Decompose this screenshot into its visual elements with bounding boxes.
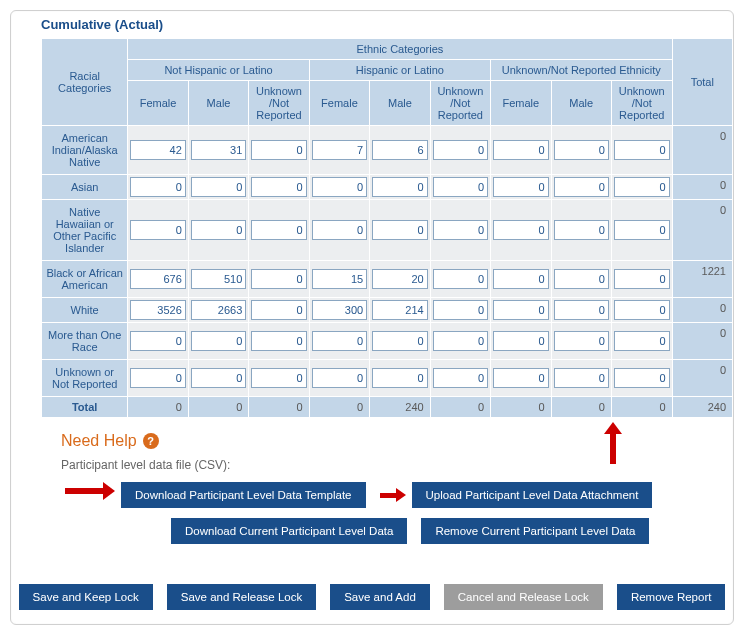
data-cell <box>370 323 430 360</box>
data-cell <box>430 261 490 298</box>
data-input[interactable] <box>554 368 609 388</box>
data-input[interactable] <box>312 177 367 197</box>
data-input[interactable] <box>191 269 246 289</box>
data-input[interactable] <box>554 269 609 289</box>
data-input[interactable] <box>191 177 246 197</box>
data-input[interactable] <box>191 368 246 388</box>
data-input[interactable] <box>251 269 306 289</box>
data-input[interactable] <box>493 331 548 351</box>
data-input[interactable] <box>130 220 185 240</box>
data-input[interactable] <box>614 140 670 160</box>
data-input[interactable] <box>251 331 306 351</box>
data-input[interactable] <box>554 177 609 197</box>
data-cell <box>551 175 611 200</box>
row-total: 0 <box>672 175 733 200</box>
data-input[interactable] <box>372 368 427 388</box>
file-button-row-2: Download Current Participant Level Data … <box>171 518 703 544</box>
row-label: More than One Race <box>42 323 128 360</box>
data-cell <box>611 323 672 360</box>
data-input[interactable] <box>433 300 488 320</box>
data-input[interactable] <box>614 300 670 320</box>
upload-attachment-button[interactable]: Upload Participant Level Data Attachment <box>412 482 653 508</box>
data-cell <box>309 360 369 397</box>
data-input[interactable] <box>251 300 306 320</box>
data-input[interactable] <box>312 220 367 240</box>
data-cell <box>128 261 188 298</box>
data-input[interactable] <box>614 331 670 351</box>
data-input[interactable] <box>251 220 306 240</box>
subheader-cell: Male <box>551 81 611 126</box>
data-input[interactable] <box>493 140 548 160</box>
bottom-button-row: Save and Keep Lock Save and Release Lock… <box>11 560 733 624</box>
arrow-icon <box>607 434 619 474</box>
data-input[interactable] <box>614 269 670 289</box>
save-add-button[interactable]: Save and Add <box>330 584 430 610</box>
data-input[interactable] <box>312 368 367 388</box>
data-input[interactable] <box>191 300 246 320</box>
data-input[interactable] <box>493 269 548 289</box>
download-template-button[interactable]: Download Participant Level Data Template <box>121 482 366 508</box>
data-input[interactable] <box>372 300 427 320</box>
data-input[interactable] <box>614 368 670 388</box>
data-input[interactable] <box>433 368 488 388</box>
row-label: Unknown or Not Reported <box>42 360 128 397</box>
data-input[interactable] <box>493 368 548 388</box>
data-input[interactable] <box>554 300 609 320</box>
data-input[interactable] <box>251 368 306 388</box>
help-icon[interactable]: ? <box>143 433 159 449</box>
data-input[interactable] <box>614 220 670 240</box>
data-cell <box>551 360 611 397</box>
data-input[interactable] <box>312 269 367 289</box>
download-current-button[interactable]: Download Current Participant Level Data <box>171 518 407 544</box>
data-input[interactable] <box>433 177 488 197</box>
data-input[interactable] <box>191 220 246 240</box>
data-input[interactable] <box>130 177 185 197</box>
data-input[interactable] <box>312 331 367 351</box>
data-cell <box>309 261 369 298</box>
data-input[interactable] <box>554 140 609 160</box>
save-keep-lock-button[interactable]: Save and Keep Lock <box>19 584 153 610</box>
data-input[interactable] <box>372 220 427 240</box>
remove-report-button[interactable]: Remove Report <box>617 584 726 610</box>
subheader-cell: Male <box>370 81 430 126</box>
data-input[interactable] <box>493 220 548 240</box>
data-input[interactable] <box>312 140 367 160</box>
data-input[interactable] <box>130 140 185 160</box>
data-input[interactable] <box>191 140 246 160</box>
data-input[interactable] <box>130 300 185 320</box>
data-cell <box>370 200 430 261</box>
total-header: Total <box>672 39 733 126</box>
data-input[interactable] <box>312 300 367 320</box>
data-cell <box>370 126 430 175</box>
data-cell <box>491 360 551 397</box>
data-input[interactable] <box>372 140 427 160</box>
cancel-release-lock-button[interactable]: Cancel and Release Lock <box>444 584 603 610</box>
data-input[interactable] <box>614 177 670 197</box>
data-cell <box>370 261 430 298</box>
data-input[interactable] <box>554 220 609 240</box>
data-input[interactable] <box>433 269 488 289</box>
data-input[interactable] <box>433 220 488 240</box>
data-input[interactable] <box>554 331 609 351</box>
data-input[interactable] <box>433 331 488 351</box>
data-input[interactable] <box>372 177 427 197</box>
data-input[interactable] <box>372 331 427 351</box>
data-input[interactable] <box>493 300 548 320</box>
data-input[interactable] <box>130 331 185 351</box>
data-input[interactable] <box>251 177 306 197</box>
data-input[interactable] <box>493 177 548 197</box>
data-input[interactable] <box>130 368 185 388</box>
data-input[interactable] <box>251 140 306 160</box>
data-input[interactable] <box>372 269 427 289</box>
data-cell <box>309 175 369 200</box>
remove-current-button[interactable]: Remove Current Participant Level Data <box>421 518 649 544</box>
data-cell <box>249 261 309 298</box>
data-input[interactable] <box>433 140 488 160</box>
subheader-cell: Unknown /Not Reported <box>611 81 672 126</box>
save-release-lock-button[interactable]: Save and Release Lock <box>167 584 316 610</box>
data-cell <box>611 126 672 175</box>
subheader-cell: Female <box>309 81 369 126</box>
data-cell <box>551 261 611 298</box>
data-input[interactable] <box>191 331 246 351</box>
data-input[interactable] <box>130 269 185 289</box>
